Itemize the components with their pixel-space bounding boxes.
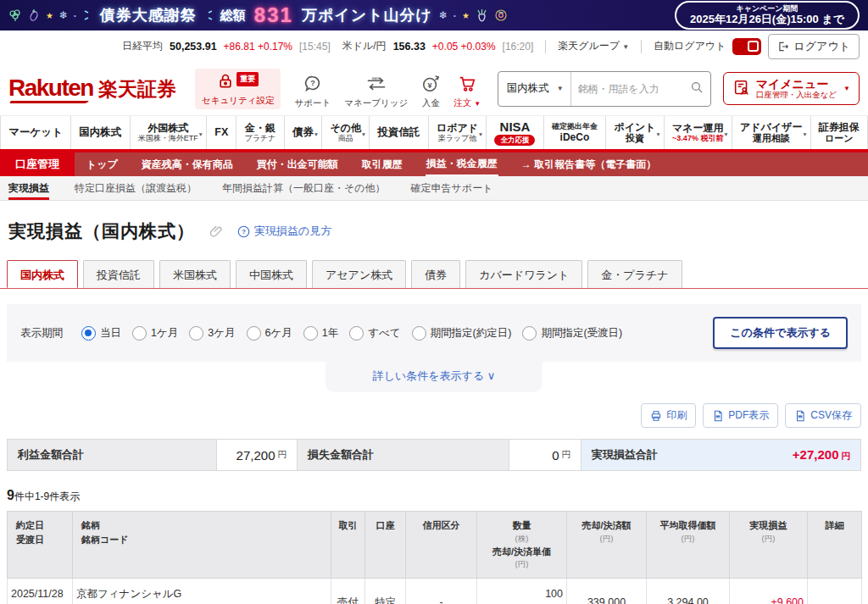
nav-money-management[interactable]: マネー運用~3.47% 税引前 xyxy=(665,116,732,149)
svg-text:¥: ¥ xyxy=(428,80,433,89)
account-nav-trade-history[interactable]: 取引履歴 xyxy=(350,152,415,176)
search-input[interactable] xyxy=(571,83,683,95)
nav-point-invest[interactable]: ポイント投資 xyxy=(606,116,665,149)
cell-proceeds: 339,000 xyxy=(567,578,647,604)
period-option-all[interactable]: すべて xyxy=(349,326,400,341)
rakuten-securities-logo[interactable]: Rakuten 楽天証券 xyxy=(8,75,176,103)
period-radio-6months[interactable] xyxy=(247,326,261,341)
subtab-specific-account[interactable]: 特定口座損益（譲渡益税） xyxy=(75,176,197,200)
radish-icon xyxy=(476,8,488,23)
category-tabs: 国内株式 投資信託 米国株式 中国株式 アセアン株式 債券 カバードワラント 金… xyxy=(0,243,868,289)
print-button[interactable]: 印刷 xyxy=(641,403,696,428)
nikkei-label: 日経平均 xyxy=(122,39,163,53)
account-nav-top[interactable]: トップ xyxy=(75,152,130,176)
period-option-today[interactable]: 当日 xyxy=(81,326,121,341)
period-radio-today[interactable] xyxy=(81,326,96,341)
help-link[interactable]: ? 実現損益の見方 xyxy=(237,224,331,239)
lock-icon xyxy=(217,72,234,91)
period-option-1month[interactable]: 1ケ月 xyxy=(132,326,178,341)
tab-domestic-stock[interactable]: 国内株式 xyxy=(7,260,78,288)
tab-mutual-funds[interactable]: 投資信託 xyxy=(83,260,154,288)
nav-other-products[interactable]: その他商品 xyxy=(322,116,370,149)
nikkei-value: 50,253.91 xyxy=(170,41,217,53)
period-radio-range-settle[interactable] xyxy=(522,326,537,341)
apply-filter-button[interactable]: この条件で表示する xyxy=(713,317,848,349)
period-option-1year[interactable]: 1年 xyxy=(303,326,338,341)
svg-text:PDF: PDF xyxy=(716,415,721,418)
nav-foreign-stock[interactable]: 外国株式米国株・海外ETF xyxy=(131,116,207,149)
quick-link-moneybridge[interactable]: BANK マネーブリッジ xyxy=(344,75,408,109)
nikkei-time: [15:45] xyxy=(299,41,331,53)
nav-fx[interactable]: FX xyxy=(207,116,236,149)
usdjpy-time: [16:20] xyxy=(503,41,534,53)
nav-nisa[interactable]: NISA全力応援 xyxy=(487,116,543,149)
period-radio-range-trade[interactable] xyxy=(412,326,426,341)
nav-advisor[interactable]: アドバイザー運用相談 xyxy=(732,116,811,149)
logout-button[interactable]: ログアウト xyxy=(768,34,860,59)
tab-china-stock[interactable]: 中国株式 xyxy=(236,260,307,288)
subtab-realized-pnl[interactable]: 実現損益 xyxy=(8,176,49,200)
period-option-3months[interactable]: 3ケ月 xyxy=(189,326,235,341)
pnl-sub-tabs: 実現損益 特定口座損益（譲渡益税） 年間損益計算（一般口座・その他） 確定申告サ… xyxy=(0,176,868,201)
quick-link-support[interactable]: ? サポート xyxy=(294,75,331,109)
account-nav-root[interactable]: 口座管理 xyxy=(0,152,75,176)
account-nav-assets[interactable]: 資産残高・保有商品 xyxy=(130,152,245,176)
tab-asean-stock[interactable]: アセアン株式 xyxy=(312,260,406,288)
cell-name[interactable]: 京都フィナンシャルG5844 xyxy=(73,578,331,604)
detail-condition-toggle[interactable]: 詳しい条件を表示する ∨ xyxy=(373,369,496,382)
tab-us-stock[interactable]: 米国株式 xyxy=(159,260,231,288)
chevron-down-icon: ▼ xyxy=(557,85,564,92)
period-radio-all[interactable] xyxy=(349,326,364,341)
nav-mutual-funds[interactable]: 投資信託 xyxy=(370,116,428,149)
nav-bonds[interactable]: 債券 xyxy=(285,116,322,149)
account-nav-buying-power[interactable]: 買付・出金可能額 xyxy=(245,152,350,176)
snowflake-icon: ❄ xyxy=(59,9,68,21)
period-radio-1month[interactable] xyxy=(132,326,147,341)
nav-gold-platinum[interactable]: 金・銀プラチナ xyxy=(236,116,284,149)
account-nav-pnl-tax[interactable]: 損益・税金履歴 xyxy=(415,152,509,176)
export-toolbar: 印刷 PDF PDF表示 CSV CSV保存 xyxy=(7,403,861,428)
subtab-annual-calc[interactable]: 年間損益計算（一般口座・その他） xyxy=(222,176,386,200)
svg-text:?: ? xyxy=(310,79,315,87)
printer-icon xyxy=(650,410,662,422)
nav-domestic-stock[interactable]: 国内株式 xyxy=(71,116,130,149)
pdf-file-icon: PDF xyxy=(712,410,724,422)
usdjpy-label: 米ドル/円 xyxy=(342,39,387,53)
tab-covered-warrant[interactable]: カバードワラント xyxy=(465,260,582,288)
period-option-range-trade-date[interactable]: 期間指定(約定日) xyxy=(412,326,512,341)
csv-save-button[interactable]: CSV CSV保存 xyxy=(785,403,861,428)
col-margin-type: 信用区分 xyxy=(406,512,477,579)
cell-dates: 2025/11/282025/12/02 xyxy=(8,578,73,604)
period-radio-3months[interactable] xyxy=(189,326,203,341)
tab-bonds[interactable]: 債券 xyxy=(411,260,460,288)
campaign-banner[interactable]: ★ ❄ • 債券大感謝祭 総額831万ポイント山分け ❄ • ★ キャンペーン期… xyxy=(0,0,868,30)
period-option-6months[interactable]: 6ケ月 xyxy=(247,326,292,341)
auto-logout-toggle[interactable] xyxy=(732,38,761,55)
account-nav-reports[interactable]: → 取引報告書等（電子書面） xyxy=(509,152,668,176)
important-badge: 重要 xyxy=(236,72,259,86)
search-category-select[interactable]: 国内株式 ▼ xyxy=(498,72,571,106)
search-icon-button[interactable] xyxy=(683,80,710,97)
quick-link-order[interactable]: 注文▼ xyxy=(453,75,481,109)
pdf-view-button[interactable]: PDF PDF表示 xyxy=(703,403,778,428)
quick-link-deposit[interactable]: ¥ 入金 xyxy=(421,75,440,109)
period-option-range-settle-date[interactable]: 期間指定(受渡日) xyxy=(522,326,622,341)
nav-market[interactable]: マーケット xyxy=(0,116,71,149)
nav-roboad[interactable]: ロボアド楽ラップ他 xyxy=(429,116,487,149)
nav-securities-loan[interactable]: 証券担保ローン xyxy=(811,116,868,149)
loss-total-value: 0円 xyxy=(509,440,581,470)
subtab-tax-support[interactable]: 確定申告サポート xyxy=(411,176,493,200)
tab-gold-platinum[interactable]: 金・プラチナ xyxy=(587,260,682,288)
period-radio-1year[interactable] xyxy=(303,326,318,341)
nav-ideco[interactable]: 確定拠出年金iDeCo xyxy=(544,116,606,149)
usdjpy-value: 156.33 xyxy=(393,41,426,53)
paperclip-icon[interactable] xyxy=(209,224,224,239)
svg-text:BANK: BANK xyxy=(372,76,381,80)
bank-bridge-icon: BANK xyxy=(365,75,387,93)
rakuten-group-menu[interactable]: 楽天グループ▼ xyxy=(558,39,629,53)
page-title-row: 実現損益（国内株式） ? 実現損益の見方 xyxy=(0,201,868,243)
nisa-badge: 全力応援 xyxy=(494,135,535,145)
quick-link-security[interactable]: 重要 セキュリティ設定 xyxy=(195,69,281,109)
my-menu-button[interactable]: マイメニュー 口座管理・入出金など ▼ xyxy=(723,72,860,105)
svg-text:?: ? xyxy=(242,228,246,236)
